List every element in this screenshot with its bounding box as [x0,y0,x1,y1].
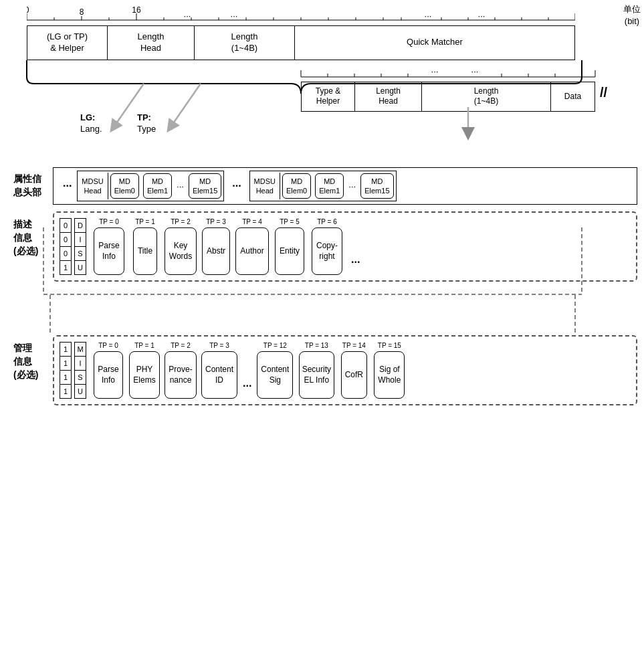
mdsu-group1: MDSUHead MDElem0 MDElem1 ··· MDElem15 [77,171,224,202]
svg-text:Lang.: Lang. [80,124,102,134]
mgmt-tp0: TP = 0 ParseInfo [92,342,125,399]
desc-disu-col: D I S U [74,218,86,275]
svg-text:Type: Type [137,124,156,134]
svg-text:0: 0 [27,7,29,15]
svg-text:···: ··· [425,11,432,21]
desc-tp5: TP = 5 Entity [274,218,306,275]
svg-text:LG:: LG: [80,112,95,122]
units-label: 单位 (bit) [623,3,641,27]
svg-text:···: ··· [431,66,439,76]
length-head-box: Length Head [108,26,195,60]
data-box: Data [551,82,595,111]
mdsu-group2: MDSUHead MDElem0 MDElem1 ··· MDElem15 [249,171,397,202]
attr-dots2: ··· [232,180,241,192]
down-arrow-svg [455,107,495,140]
length-head2-box: Length Head [355,82,422,111]
top-ruler: 0 8 16 ··· ··· ··· ··· [27,7,575,25]
desc-bits-col: 0 0 0 1 [60,218,72,275]
mgmt-tp1: TP = 1 PHYElems [128,342,160,399]
type-helper-box: Type & Helper [302,82,355,111]
lg-tp-helper-box: (LG or TP) & Helper [27,26,108,60]
second-ruler: ··· ··· [301,64,595,82]
svg-line-30 [171,84,201,127]
desc-tp3: TP = 3 Abstr [201,218,231,275]
mgmt-tp13: TP = 13 SecurityEL Info [297,342,336,399]
svg-text:···: ··· [231,11,238,21]
mid-connector-svg [50,295,575,335]
length-1-4b-box: Length (1~4B) [195,26,295,60]
desc-zh-label: 描述信息(必选) [13,211,50,258]
desc-tp0: TP = 0 ParseInfo [92,218,126,275]
mgmt-tp12: TP = 12 ContentSig [256,342,294,399]
svg-text:···: ··· [478,11,486,21]
attr-dots1: ··· [63,180,72,192]
desc-dots: ··· [348,218,360,275]
desc-tp4: TP = 4 Author [235,218,270,275]
svg-text:···: ··· [471,66,479,76]
mgmt-bits-col: 1 1 1 1 [60,342,72,399]
desc-tp1: TP = 1 Title [130,218,160,275]
mgmt-tp15: TP = 15 Sig ofWhole [372,342,407,399]
svg-text:···: ··· [184,11,191,21]
attr-zh-label: 属性信息头部 [13,173,50,199]
mgmt-zh-label: 管理信息(必选) [13,335,50,381]
mgmt-tp14: TP = 14 CofR [339,342,368,399]
svg-text:8: 8 [80,7,84,17]
mgmt-tp3: TP = 3 ContentID [201,342,238,399]
quick-matcher-box: Quick Matcher [295,26,574,60]
desc-tp2: TP = 2 KeyWords [164,218,197,275]
mgmt-tp2: TP = 2 Prove-nance [164,342,197,399]
svg-text:16: 16 [132,7,141,15]
mgmt-misu-col: M I S U [74,342,86,399]
main-diagram: 单位 (bit) 0 8 16 ··· ··· ··· ··· [0,0,644,669]
mgmt-dots: ··· [241,342,253,399]
desc-tp6: TP = 6 Copy-right [310,218,344,275]
svg-text:TP:: TP: [137,112,151,122]
